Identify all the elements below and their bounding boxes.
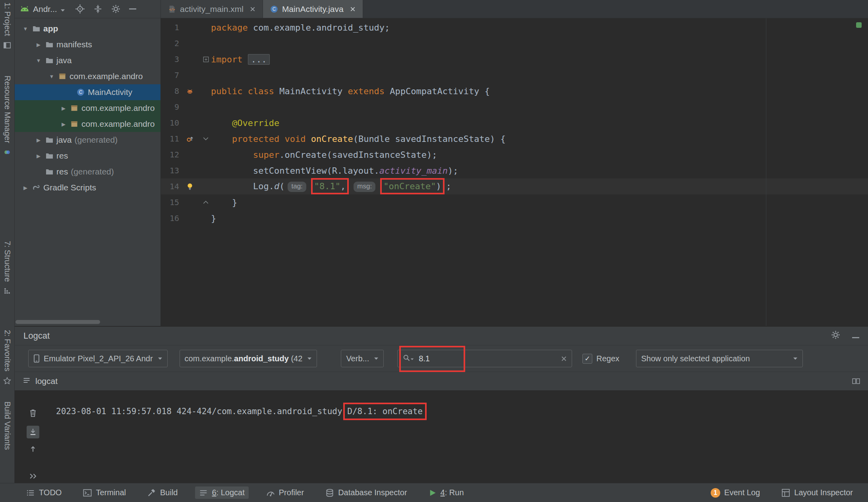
chevron-right-icon[interactable]: ▶ bbox=[58, 105, 69, 111]
override-icon[interactable] bbox=[179, 135, 201, 143]
code-line-11[interactable]: 11 protected void onCreate(Bundle savedI… bbox=[161, 131, 868, 147]
chevron-right-icon[interactable]: ▶ bbox=[33, 153, 44, 159]
search-history-chevron-icon[interactable] bbox=[410, 355, 414, 362]
line-number: 15 bbox=[161, 198, 179, 207]
project-view-selector[interactable]: Andr... bbox=[19, 4, 65, 14]
tree-item-com-example-andro[interactable]: ▶com.example.andro bbox=[15, 116, 160, 132]
code-line-12[interactable]: 12 super.onCreate(savedInstanceState); bbox=[161, 147, 868, 163]
locate-file-icon[interactable] bbox=[75, 4, 85, 14]
tree-horizontal-scrollbar[interactable] bbox=[15, 320, 100, 324]
toolwindow-button-layout-inspector[interactable]: Layout Inspector bbox=[777, 486, 857, 499]
tree-item-suffix: (generated) bbox=[75, 135, 118, 145]
tab-label: MainActivity.java bbox=[282, 4, 344, 14]
log-level-selector[interactable]: Verb... bbox=[341, 350, 384, 367]
tree-item-mainactivity[interactable]: CMainActivity bbox=[15, 84, 160, 100]
folded-import-region[interactable]: ... bbox=[248, 54, 270, 65]
tree-item-com-example-andro[interactable]: ▶com.example.andro bbox=[15, 100, 160, 116]
collapse-all-icon[interactable] bbox=[93, 4, 102, 14]
gear-icon[interactable] bbox=[111, 4, 120, 14]
tree-item-com-example-andro[interactable]: ▼com.example.andro bbox=[15, 68, 160, 84]
tab-activity-main-xml[interactable]: </> activity_main.xml bbox=[161, 0, 263, 18]
tool-button-build-variants[interactable]: Build Variants bbox=[0, 401, 14, 450]
bulb-icon[interactable] bbox=[179, 182, 201, 190]
tree-item-res[interactable]: ▶res bbox=[15, 148, 160, 164]
chevron-down-icon[interactable]: ▼ bbox=[20, 26, 31, 32]
tree-item-java[interactable]: ▼java bbox=[15, 52, 160, 68]
code-line-9[interactable]: 9 bbox=[161, 99, 868, 115]
code-line-13[interactable]: 13 setContentView(R.layout.activity_main… bbox=[161, 163, 868, 178]
tool-button-resource-manager[interactable]: Resource Manager bbox=[0, 76, 14, 156]
logcat-search-field[interactable]: 8.1 bbox=[397, 350, 572, 367]
tree-item-java-generated[interactable]: ▶java(generated) bbox=[15, 132, 160, 148]
toolwindow-button-todo[interactable]: TODO bbox=[22, 486, 66, 499]
tool-button-2-favorites[interactable]: 2: Favorites bbox=[0, 330, 14, 385]
line-number: 8 bbox=[161, 86, 179, 96]
project-panel-toolbar: Andr... bbox=[15, 0, 161, 18]
tree-item-res-generated[interactable]: res(generated) bbox=[15, 164, 160, 180]
code-line-14[interactable]: 14 Log.d(tag:"8.1",msg:"onCreate"); bbox=[161, 178, 868, 194]
tree-item-app[interactable]: ▼app bbox=[15, 21, 160, 37]
code-editor[interactable]: 1package com.example.android_study;23imp… bbox=[161, 18, 868, 326]
more-options-chevrons-icon[interactable] bbox=[29, 473, 37, 480]
chevron-down-icon[interactable]: ▼ bbox=[46, 74, 57, 79]
clear-logcat-trash-icon[interactable] bbox=[29, 408, 37, 419]
device-selector[interactable]: Emulator Pixel_2_API_26 Andr bbox=[28, 350, 168, 367]
code-line-16[interactable]: 16} bbox=[161, 210, 868, 226]
chevron-right-icon[interactable]: ▶ bbox=[33, 137, 44, 143]
code-text: setContentView(R.layout.activity_main); bbox=[211, 166, 458, 176]
log-filter-selector[interactable]: Show only selected application bbox=[636, 350, 803, 367]
clear-search-icon[interactable] bbox=[561, 356, 567, 362]
code-line-8[interactable]: 8public class MainActivity extends AppCo… bbox=[161, 83, 868, 99]
log-highlight: D/8.1: onCreate bbox=[347, 407, 423, 416]
regex-checkbox-group[interactable]: Regex bbox=[582, 354, 619, 364]
chevron-right-icon[interactable]: ▶ bbox=[58, 121, 69, 127]
tree-item-gradle-scripts[interactable]: ▶Gradle Scripts bbox=[15, 180, 160, 196]
toolwindow-button-terminal[interactable]: Terminal bbox=[79, 486, 130, 499]
folder-icon bbox=[44, 56, 55, 65]
fold-close-icon[interactable] bbox=[201, 199, 211, 205]
line-number: 7 bbox=[161, 70, 179, 80]
close-icon[interactable] bbox=[350, 6, 356, 12]
checkbox-checked-icon[interactable] bbox=[582, 354, 592, 364]
scroll-to-end-button[interactable] bbox=[27, 426, 39, 438]
code-line-3[interactable]: 3import ... bbox=[161, 51, 868, 67]
code-line-10[interactable]: 10 @Override bbox=[161, 115, 868, 131]
search-input-value[interactable]: 8.1 bbox=[419, 354, 561, 363]
logcat-tab-label[interactable]: logcat bbox=[35, 376, 58, 386]
hide-panel-icon[interactable] bbox=[129, 8, 136, 10]
logcat-settings-gear-icon[interactable] bbox=[831, 330, 840, 342]
code-token: super bbox=[253, 150, 279, 160]
chevron-down-icon[interactable]: ▼ bbox=[33, 58, 44, 64]
toolwindow-button-build[interactable]: Build bbox=[143, 486, 182, 499]
process-selector[interactable]: com.example.android_study (42 bbox=[180, 350, 317, 367]
code-token: } bbox=[211, 213, 216, 223]
chevron-right-icon[interactable]: ▶ bbox=[20, 185, 31, 191]
close-icon[interactable] bbox=[250, 6, 255, 12]
scroll-up-icon[interactable] bbox=[29, 445, 37, 454]
logcat-output-area[interactable]: 2023-08-01 11:59:57.018 424-424/com.exam… bbox=[15, 391, 868, 483]
panel-layout-icon[interactable] bbox=[852, 377, 860, 385]
toolwindow-button-4-run[interactable]: 4: Run bbox=[425, 486, 468, 499]
toolwindow-button-event-log[interactable]: 1Event Log bbox=[707, 486, 764, 499]
tree-item-manifests[interactable]: ▶manifests bbox=[15, 37, 160, 52]
android-class-icon[interactable] bbox=[179, 87, 201, 95]
toolwindow-button-profiler[interactable]: Profiler bbox=[262, 486, 308, 499]
code-line-7[interactable]: 7 bbox=[161, 67, 868, 83]
toolwindow-button-database-inspector[interactable]: Database Inspector bbox=[321, 486, 411, 499]
tool-button-1-project[interactable]: 1: Project bbox=[0, 2, 14, 49]
hide-logcat-panel-icon[interactable] bbox=[852, 331, 859, 341]
folder-icon bbox=[44, 152, 55, 160]
chevron-right-icon[interactable]: ▶ bbox=[33, 42, 44, 48]
tab-mainactivity-java[interactable]: C MainActivity.java bbox=[263, 0, 363, 18]
parameter-hint: tag: bbox=[288, 182, 306, 192]
code-line-2[interactable]: 2 bbox=[161, 35, 868, 51]
red-highlight-box: "8.1", bbox=[314, 181, 346, 191]
code-line-15[interactable]: 15 } bbox=[161, 194, 868, 210]
code-line-1[interactable]: 1package com.example.android_study; bbox=[161, 19, 868, 35]
inspections-status-icon[interactable] bbox=[856, 22, 862, 28]
fold-open-icon[interactable] bbox=[201, 136, 211, 142]
toolwindow-button-6-logcat[interactable]: 6: Logcat bbox=[195, 486, 248, 499]
tool-button-label: 2: Favorites bbox=[3, 330, 12, 371]
tool-button-7-structure[interactable]: 7: Structure bbox=[0, 241, 14, 295]
fold-plus-icon[interactable] bbox=[201, 56, 211, 62]
